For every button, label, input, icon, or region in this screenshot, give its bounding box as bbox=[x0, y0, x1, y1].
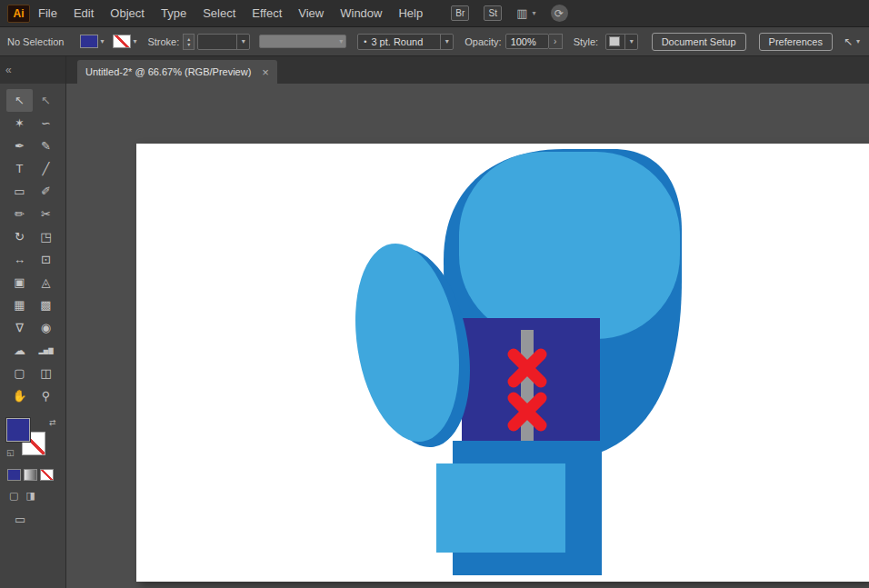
canvas-column: Untitled-2* @ 66.67% (RGB/Preview) × bbox=[66, 56, 869, 588]
eyedropper-tool[interactable]: ∇ bbox=[6, 316, 33, 339]
control-bar: No Selection ▾ ▾ Stroke: ▴ ▾ ▾ ▾ • 3 pt.… bbox=[0, 26, 869, 56]
rectangle-tool[interactable]: ▭ bbox=[6, 180, 33, 203]
artboard[interactable] bbox=[136, 144, 869, 582]
selection-status: No Selection bbox=[7, 36, 64, 47]
fill-color-box[interactable] bbox=[6, 418, 30, 442]
menu-view[interactable]: View bbox=[290, 6, 332, 20]
width-tool[interactable]: ↔ bbox=[6, 248, 33, 271]
symbol-sprayer-tool[interactable]: ☁ bbox=[6, 339, 33, 362]
magic-wand-tool[interactable]: ✶ bbox=[6, 112, 33, 135]
main-area: « ↖↖✶∽✒✎T╱▭✐✏✂↻◳↔⊡▣◬▦▩∇◉☁▂▅▇▢◫✋⚲ ⇄ ◱ ▢ ◨… bbox=[0, 56, 869, 588]
color-mode-row bbox=[7, 469, 65, 481]
draw-inside-icon[interactable]: ◨ bbox=[25, 490, 35, 502]
chevron-down-icon: ▾ bbox=[100, 37, 104, 45]
fill-color-control[interactable]: ▾ bbox=[80, 35, 104, 48]
bridge-button[interactable]: Br bbox=[451, 5, 469, 21]
hand-tool[interactable]: ✋ bbox=[6, 384, 33, 407]
stroke-swatch[interactable] bbox=[113, 35, 131, 48]
screen-mode-row: ▭ bbox=[15, 513, 65, 526]
rotate-tool[interactable]: ↻ bbox=[6, 225, 33, 248]
menu-window[interactable]: Window bbox=[332, 6, 390, 20]
style-swatch bbox=[609, 36, 620, 46]
mesh-tool[interactable]: ▦ bbox=[6, 294, 33, 316]
stroke-weight-combo[interactable]: ▾ bbox=[197, 34, 250, 50]
boxing-glove-artwork[interactable] bbox=[136, 144, 869, 582]
type-tool[interactable]: T bbox=[6, 157, 33, 180]
chevron-down-icon[interactable]: ▾ bbox=[236, 35, 249, 49]
graphic-style-combo[interactable]: ▾ bbox=[605, 34, 638, 50]
menu-edit[interactable]: Edit bbox=[65, 6, 102, 20]
shape-builder-tool[interactable]: ▣ bbox=[6, 271, 33, 294]
close-icon[interactable]: × bbox=[262, 66, 269, 78]
menu-bar: Ai File Edit Object Type Select Effect V… bbox=[0, 0, 869, 26]
document-viewport[interactable] bbox=[66, 84, 869, 588]
drawing-modes-row: ▢ ◨ bbox=[9, 490, 65, 502]
apply-gradient-button[interactable] bbox=[24, 469, 37, 481]
paintbrush-tool[interactable]: ✐ bbox=[33, 180, 59, 203]
document-tab-strip: Untitled-2* @ 66.67% (RGB/Preview) × bbox=[66, 56, 869, 84]
menu-effect[interactable]: Effect bbox=[244, 6, 290, 20]
brush-value: 3 pt. Round bbox=[371, 36, 440, 47]
chevron-down-icon[interactable]: ▾ bbox=[440, 35, 453, 49]
perspective-grid-tool[interactable]: ◬ bbox=[33, 271, 59, 294]
chevron-down-icon[interactable]: ▾ bbox=[624, 35, 637, 49]
slice-tool[interactable]: ◫ bbox=[33, 362, 59, 384]
scissors-tool[interactable]: ✂ bbox=[33, 203, 59, 225]
cc-sync-icon[interactable]: ⟳ bbox=[551, 5, 568, 22]
menu-help[interactable]: Help bbox=[390, 6, 431, 20]
glove-head-highlight[interactable] bbox=[459, 152, 680, 339]
screen-mode-icon[interactable]: ▭ bbox=[15, 513, 25, 526]
menu-file[interactable]: File bbox=[30, 6, 65, 20]
zoom-tool[interactable]: ⚲ bbox=[33, 384, 59, 407]
blend-tool[interactable]: ◉ bbox=[33, 316, 59, 339]
document-setup-button[interactable]: Document Setup bbox=[652, 33, 746, 51]
stroke-weight-stepper[interactable]: ▴ ▾ bbox=[183, 34, 195, 50]
tools-panel: « ↖↖✶∽✒✎T╱▭✐✏✂↻◳↔⊡▣◬▦▩∇◉☁▂▅▇▢◫✋⚲ ⇄ ◱ ▢ ◨… bbox=[0, 56, 66, 588]
draw-normal-icon[interactable]: ▢ bbox=[9, 490, 18, 502]
curvature-tool[interactable]: ✎ bbox=[33, 135, 59, 157]
document-tab[interactable]: Untitled-2* @ 66.67% (RGB/Preview) × bbox=[77, 60, 277, 84]
stock-button[interactable]: St bbox=[484, 5, 502, 21]
opacity-field[interactable]: 100% bbox=[505, 34, 549, 49]
scale-tool[interactable]: ◳ bbox=[33, 225, 59, 248]
menu-object[interactable]: Object bbox=[102, 6, 153, 20]
artboard-tool[interactable]: ▢ bbox=[6, 362, 33, 384]
menu-type[interactable]: Type bbox=[153, 6, 195, 20]
fill-swatch[interactable] bbox=[80, 35, 98, 48]
chevron-down-icon: ▾ bbox=[856, 37, 860, 45]
chevron-down-icon: ▾ bbox=[339, 37, 343, 45]
brush-bullet-icon: • bbox=[364, 37, 366, 46]
collapse-icon: « bbox=[5, 64, 12, 76]
brush-definition-combo[interactable]: • 3 pt. Round ▾ bbox=[357, 34, 454, 50]
swap-fill-stroke-icon[interactable]: ⇄ bbox=[49, 418, 56, 427]
stroke-weight-label: Stroke: bbox=[147, 36, 179, 47]
line-segment-tool[interactable]: ╱ bbox=[33, 157, 59, 180]
menubar-right-icons: Br St ▥▾ ⟳ bbox=[451, 5, 567, 22]
document-tab-title: Untitled-2* @ 66.67% (RGB/Preview) bbox=[85, 66, 251, 77]
selection-options-control[interactable]: ↖ ▾ bbox=[844, 35, 860, 48]
selection-tool[interactable]: ↖ bbox=[6, 89, 33, 112]
gradient-tool[interactable]: ▩ bbox=[33, 294, 59, 316]
panel-collapse-control[interactable]: « bbox=[0, 56, 65, 84]
stepper-down-icon[interactable]: ▾ bbox=[187, 42, 190, 47]
workspace-switcher[interactable]: ▥▾ bbox=[516, 6, 535, 20]
glove-lace[interactable] bbox=[521, 330, 534, 446]
opacity-flyout-arrow[interactable]: › bbox=[549, 34, 563, 49]
pen-tool[interactable]: ✒ bbox=[6, 135, 33, 157]
lasso-tool[interactable]: ∽ bbox=[33, 112, 59, 135]
direct-selection-tool[interactable]: ↖ bbox=[33, 89, 59, 112]
tools-grid: ↖↖✶∽✒✎T╱▭✐✏✂↻◳↔⊡▣◬▦▩∇◉☁▂▅▇▢◫✋⚲ bbox=[0, 89, 65, 407]
width-profile-combo[interactable]: ▾ bbox=[259, 35, 346, 48]
apply-none-button[interactable] bbox=[40, 469, 54, 481]
default-fill-stroke-icon[interactable]: ◱ bbox=[6, 448, 15, 457]
illustrator-logo: Ai bbox=[7, 5, 30, 23]
apply-color-button[interactable] bbox=[7, 469, 21, 481]
column-graph-tool[interactable]: ▂▅▇ bbox=[33, 339, 59, 362]
glove-cuff-highlight[interactable] bbox=[436, 463, 565, 553]
pencil-tool[interactable]: ✏ bbox=[6, 203, 33, 225]
preferences-button[interactable]: Preferences bbox=[759, 33, 833, 51]
fill-stroke-indicator: ⇄ ◱ bbox=[6, 418, 59, 460]
stroke-color-control[interactable]: ▾ bbox=[113, 35, 136, 48]
menu-select[interactable]: Select bbox=[195, 6, 244, 20]
free-transform-tool[interactable]: ⊡ bbox=[33, 248, 59, 271]
